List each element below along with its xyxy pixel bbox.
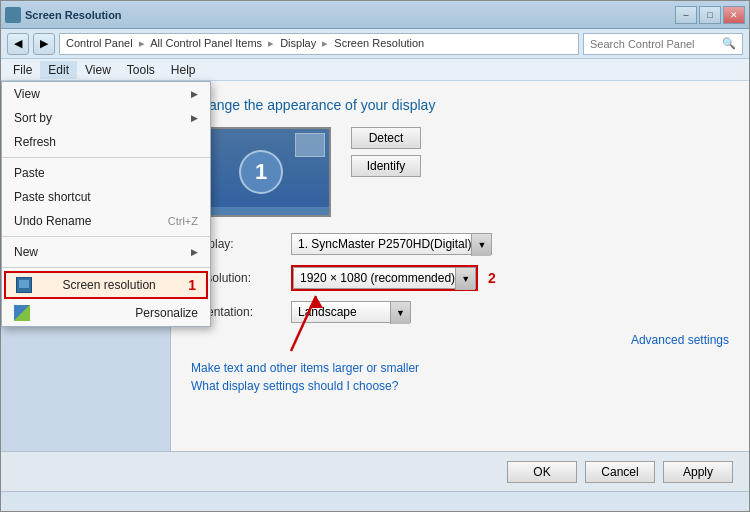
menu-help[interactable]: Help	[163, 61, 204, 79]
identify-button[interactable]: Identify	[351, 155, 421, 177]
monitor-select-arrow: ▼	[471, 234, 491, 256]
menu-item-view[interactable]: View	[2, 82, 210, 106]
search-input[interactable]	[590, 38, 722, 50]
annotation-arrow	[281, 286, 341, 356]
main-window: Screen Resolution – □ ✕ ◀ ▶ Control Pane…	[0, 0, 750, 512]
detect-button[interactable]: Detect	[351, 127, 421, 149]
display-number: 1	[239, 150, 283, 194]
window-icon	[5, 7, 21, 23]
menu-edit[interactable]: Edit	[40, 61, 77, 79]
screen-res-icon	[16, 277, 32, 293]
breadcrumb: Control Panel ▸ All Control Panel Items …	[59, 33, 579, 55]
orientation-row: Orientation: Landscape ▼	[191, 301, 729, 323]
display-preview: 1	[191, 127, 331, 217]
monitor-row: Display: 1. SyncMaster P2570HD(Digital) …	[191, 233, 729, 255]
title-bar: Screen Resolution – □ ✕	[1, 1, 749, 29]
menu-bar: File Edit View Tools Help View Sort by R…	[1, 59, 749, 81]
search-box[interactable]: 🔍	[583, 33, 743, 55]
menu-item-paste[interactable]: Paste	[2, 161, 210, 185]
separator-3	[2, 267, 210, 268]
settings-section: Display: 1. SyncMaster P2570HD(Digital) …	[191, 233, 729, 323]
annotation-1: 1	[188, 277, 196, 293]
display-icon	[295, 133, 325, 157]
minimize-button[interactable]: –	[675, 6, 697, 24]
display-preview-area: 1 Detect Identify	[191, 127, 729, 217]
close-button[interactable]: ✕	[723, 6, 745, 24]
resolution-select-arrow: ▼	[455, 268, 475, 290]
display-taskbar	[193, 207, 329, 215]
bottom-bar: OK Cancel Apply	[1, 451, 749, 491]
back-button[interactable]: ◀	[7, 33, 29, 55]
personalize-icon	[14, 305, 30, 321]
monitor-value: 1. SyncMaster P2570HD(Digital)	[298, 237, 471, 251]
help-link-1[interactable]: Make text and other items larger or smal…	[191, 361, 729, 375]
action-buttons: Detect Identify	[351, 127, 421, 177]
forward-button[interactable]: ▶	[33, 33, 55, 55]
separator-2	[2, 236, 210, 237]
annotation-2: 2	[488, 270, 496, 286]
menu-item-screen-resolution[interactable]: Screen resolution 1	[4, 271, 208, 299]
status-bar	[1, 491, 749, 511]
menu-view[interactable]: View	[77, 61, 119, 79]
menu-item-refresh[interactable]: Refresh	[2, 130, 210, 154]
svg-marker-1	[309, 296, 323, 308]
menu-item-sort-by[interactable]: Sort by	[2, 106, 210, 130]
apply-button[interactable]: Apply	[663, 461, 733, 483]
menu-file[interactable]: File	[5, 61, 40, 79]
monitor-select[interactable]: 1. SyncMaster P2570HD(Digital) ▼	[291, 233, 492, 255]
resolution-value: 1920 × 1080 (recommended)	[300, 271, 455, 285]
undo-shortcut: Ctrl+Z	[168, 215, 198, 227]
menu-tools[interactable]: Tools	[119, 61, 163, 79]
right-panel: Change the appearance of your display 1 …	[171, 81, 749, 451]
maximize-button[interactable]: □	[699, 6, 721, 24]
ok-button[interactable]: OK	[507, 461, 577, 483]
context-menu: View Sort by Refresh Paste Paste shortcu…	[1, 81, 211, 327]
window-controls: – □ ✕	[675, 6, 745, 24]
help-link-2[interactable]: What display settings should I choose?	[191, 379, 729, 393]
advanced-settings-link[interactable]: Advanced settings	[191, 333, 729, 347]
menu-item-paste-shortcut[interactable]: Paste shortcut	[2, 185, 210, 209]
cancel-button[interactable]: Cancel	[585, 461, 655, 483]
title-bar-left: Screen Resolution	[5, 7, 122, 23]
menu-item-personalize[interactable]: Personalize	[2, 300, 210, 326]
address-bar: ◀ ▶ Control Panel ▸ All Control Panel It…	[1, 29, 749, 59]
panel-title: Change the appearance of your display	[191, 97, 729, 113]
resolution-row: Resolution: 1920 × 1080 (recommended) ▼ …	[191, 265, 729, 291]
help-links: Make text and other items larger or smal…	[191, 361, 729, 393]
window-title: Screen Resolution	[25, 9, 122, 21]
separator-1	[2, 157, 210, 158]
menu-item-new[interactable]: New	[2, 240, 210, 264]
search-icon: 🔍	[722, 37, 736, 50]
breadcrumb-text: Control Panel ▸ All Control Panel Items …	[66, 37, 424, 50]
orientation-select-arrow: ▼	[390, 302, 410, 324]
menu-item-undo-rename[interactable]: Undo Rename Ctrl+Z	[2, 209, 210, 233]
